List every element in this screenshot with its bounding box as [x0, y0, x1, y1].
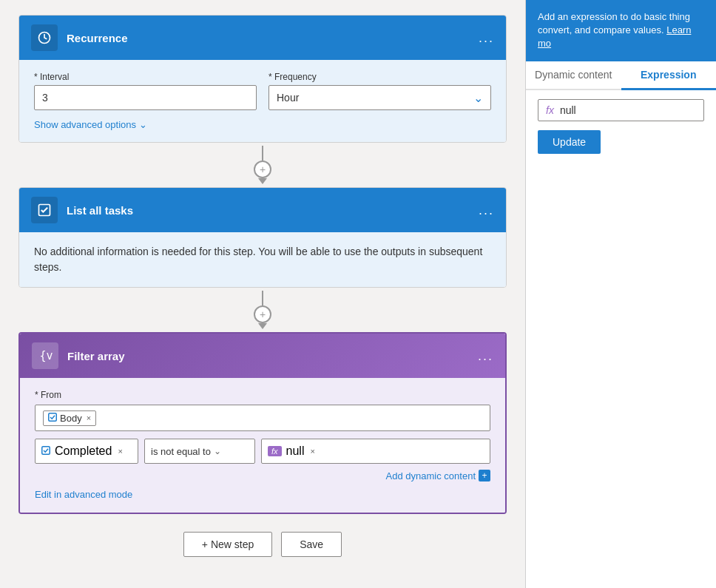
filter-body: * From Body × Completed × [20, 378, 505, 513]
frequency-value: Hour [269, 87, 466, 108]
arrow-icon-1 [258, 178, 267, 184]
add-dynamic-plus-icon: + [479, 470, 490, 481]
recurrence-header: Recurrence ... [19, 16, 506, 60]
new-step-button[interactable]: + New step [183, 532, 272, 557]
bottom-actions: + New step Save [183, 532, 342, 557]
body-token-icon [48, 413, 57, 424]
filter-array-card: {v} Filter array ... * From Body × [18, 332, 507, 514]
list-tasks-more-button[interactable]: ... [479, 203, 494, 218]
from-token-box[interactable]: Body × [35, 405, 490, 431]
update-button[interactable]: Update [538, 130, 601, 154]
expression-input-row: fx [538, 99, 704, 121]
operator-arrow-icon: ⌄ [214, 446, 221, 456]
recurrence-body: * Interval * Frequency Hour ⌄ Show advan… [19, 60, 506, 142]
edit-advanced-button[interactable]: Edit in advanced mode [35, 489, 132, 500]
null-token-label: null [286, 445, 305, 458]
show-advanced-button[interactable]: Show advanced options ⌄ [34, 119, 491, 130]
list-tasks-body: No additional information is needed for … [19, 232, 506, 287]
body-token: Body × [43, 410, 96, 426]
add-dynamic-label: Add dynamic content [386, 470, 476, 481]
svg-rect-4 [42, 447, 50, 455]
connector-line-2 [262, 291, 263, 305]
frequency-group: * Frequency Hour ⌄ [268, 72, 491, 110]
fx-icon: fx [546, 104, 554, 116]
tab-expression[interactable]: Expression [621, 61, 717, 90]
add-step-button-2[interactable]: + [254, 305, 271, 323]
recurrence-icon [31, 24, 58, 51]
list-tasks-card: List all tasks ... No additional informa… [18, 187, 507, 288]
from-label: * From [35, 390, 490, 400]
completed-token-label: Completed [55, 445, 112, 458]
interval-group: * Interval [34, 72, 257, 110]
add-step-button-1[interactable]: + [254, 160, 271, 178]
list-tasks-header: List all tasks ... [19, 188, 506, 232]
connector-line-1 [262, 146, 263, 160]
filter-more-button[interactable]: ... [478, 348, 493, 364]
right-panel-tabs: Dynamic content Expression [526, 61, 716, 90]
recurrence-more-button[interactable]: ... [479, 30, 494, 46]
right-panel-info: Add an expression to do basic thing conv… [526, 0, 716, 61]
tab-dynamic-content[interactable]: Dynamic content [526, 61, 621, 90]
body-token-close[interactable]: × [87, 413, 91, 422]
main-canvas: Recurrence ... * Interval * Frequency Ho… [0, 0, 525, 588]
svg-text:{v}: {v} [40, 349, 53, 362]
completed-token-icon [41, 445, 50, 458]
recurrence-form-row: * Interval * Frequency Hour ⌄ [34, 72, 491, 110]
interval-input[interactable] [34, 85, 257, 110]
value-token-box[interactable]: fx null × [261, 439, 490, 464]
connector-2: + [254, 291, 271, 329]
recurrence-title: Recurrence [67, 32, 479, 44]
add-dynamic-button[interactable]: Add dynamic content + [35, 470, 490, 481]
completed-token-box[interactable]: Completed × [35, 439, 138, 464]
frequency-arrow-icon[interactable]: ⌄ [466, 87, 490, 109]
operator-select[interactable]: is not equal to ⌄ [144, 439, 255, 464]
filter-condition-row: Completed × is not equal to ⌄ fx null × [35, 439, 490, 464]
list-tasks-icon [31, 197, 58, 223]
filter-icon: {v} [32, 342, 58, 369]
arrow-icon-2 [258, 323, 267, 329]
list-tasks-description: No additional information is needed for … [34, 244, 491, 275]
completed-token-close[interactable]: × [118, 447, 122, 456]
frequency-select[interactable]: Hour ⌄ [268, 85, 491, 110]
svg-rect-3 [49, 413, 57, 421]
fx-badge: fx [268, 446, 282, 456]
null-token-close[interactable]: × [310, 447, 314, 456]
frequency-label: * Frequency [268, 72, 491, 82]
expression-input[interactable] [560, 104, 696, 116]
interval-label: * Interval [34, 72, 257, 82]
right-panel-expression: fx Update [526, 90, 716, 588]
right-panel: Add an expression to do basic thing conv… [525, 0, 716, 588]
list-tasks-title: List all tasks [67, 204, 479, 217]
recurrence-card: Recurrence ... * Interval * Frequency Ho… [18, 15, 507, 143]
body-token-label: Body [60, 413, 82, 424]
filter-header: {v} Filter array ... [20, 334, 505, 378]
operator-value: is not equal to [151, 446, 211, 457]
connector-1: + [254, 146, 271, 184]
filter-title: Filter array [67, 350, 478, 362]
chevron-down-icon: ⌄ [139, 119, 147, 130]
save-button[interactable]: Save [281, 532, 342, 557]
